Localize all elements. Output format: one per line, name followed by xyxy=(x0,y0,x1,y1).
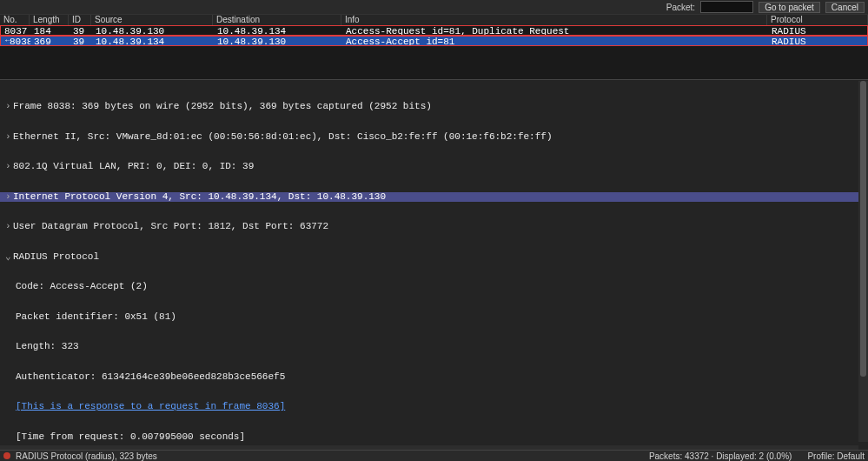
expand-icon[interactable]: › xyxy=(5,192,13,203)
radius-pktid[interactable]: Packet identifier: 0x51 (81) xyxy=(0,312,868,323)
cell-no: 8037 xyxy=(1,26,30,35)
packet-label: Packet: xyxy=(666,3,695,12)
go-to-packet-button[interactable]: Go to packet xyxy=(759,2,820,13)
status-bar: RADIUS Protocol (radius), 323 bytes Pack… xyxy=(0,450,868,461)
packet-list-empty-area xyxy=(0,46,868,79)
cell-id: 39 xyxy=(70,26,92,35)
radius-length[interactable]: Length: 323 xyxy=(0,342,868,352)
packet-details-pane[interactable]: ›Frame 8038: 369 bytes on wire (2952 bit… xyxy=(0,79,868,461)
cell-len: 184 xyxy=(30,26,70,35)
col-no[interactable]: No. xyxy=(0,15,30,25)
udp-item[interactable]: ›User Datagram Protocol, Src Port: 1812,… xyxy=(0,222,868,232)
cancel-button[interactable]: Cancel xyxy=(825,2,865,13)
cell-info: Access-Request id=81, Duplicate Request xyxy=(342,26,768,35)
cell-proto: RADIUS xyxy=(768,37,868,45)
expand-icon[interactable]: › xyxy=(5,222,13,232)
frame-item[interactable]: ›Frame 8038: 369 bytes on wire (2952 bit… xyxy=(0,102,868,112)
radius-time[interactable]: [Time from request: 0.007995000 seconds] xyxy=(0,432,868,443)
radius-authenticator[interactable]: Authenticator: 61342164ce39be06eed828b3c… xyxy=(0,372,868,383)
status-packets: Packets: 43372 · Displayed: 2 (0.0%) xyxy=(649,451,792,461)
packet-list: No. Length ID Source Destination Info Pr… xyxy=(0,14,868,79)
expert-info-icon[interactable] xyxy=(3,452,10,459)
packet-goto-toolbar: Packet: Go to packet Cancel xyxy=(0,0,868,14)
cell-dst: 10.48.39.134 xyxy=(214,26,342,35)
packet-number-input[interactable] xyxy=(700,1,753,13)
col-protocol[interactable]: Protocol xyxy=(767,15,868,25)
cell-info: Access-Accept id=81 xyxy=(342,37,768,45)
expand-icon[interactable]: › xyxy=(5,162,13,172)
packet-row-selected[interactable]: ← 8038 369 39 10.48.39.134 10.48.39.130 … xyxy=(0,36,868,46)
status-profile[interactable]: Profile: Default xyxy=(807,451,865,461)
vlan-item[interactable]: ›802.1Q Virtual LAN, PRI: 0, DEI: 0, ID:… xyxy=(0,162,868,172)
ip-item[interactable]: ›Internet Protocol Version 4, Src: 10.48… xyxy=(0,192,868,203)
expand-icon[interactable]: › xyxy=(5,102,13,112)
scrollbar-thumb[interactable] xyxy=(860,81,866,377)
detail-scrollbar[interactable] xyxy=(858,81,868,442)
col-destination[interactable]: Destination xyxy=(213,15,341,25)
radius-item[interactable]: ⌄RADIUS Protocol xyxy=(0,252,868,263)
packet-list-header: No. Length ID Source Destination Info Pr… xyxy=(0,15,868,25)
frame-link[interactable]: [This is a response to a request in fram… xyxy=(16,402,285,411)
col-length[interactable]: Length xyxy=(30,15,69,25)
col-info[interactable]: Info xyxy=(341,15,767,25)
cell-dst: 10.48.39.130 xyxy=(214,37,342,45)
col-id[interactable]: ID xyxy=(69,15,91,25)
status-left: RADIUS Protocol (radius), 323 bytes xyxy=(16,451,157,461)
col-source[interactable]: Source xyxy=(91,15,213,25)
packet-row[interactable]: 8037 184 39 10.48.39.130 10.48.39.134 Ac… xyxy=(0,25,868,36)
cell-id: 39 xyxy=(70,37,92,45)
radius-response-link[interactable]: [This is a response to a request in fram… xyxy=(0,402,868,412)
expand-icon[interactable]: › xyxy=(5,132,13,143)
cell-len: 369 xyxy=(30,37,70,45)
ethernet-item[interactable]: ›Ethernet II, Src: VMware_8d:01:ec (00:5… xyxy=(0,132,868,143)
cell-src: 10.48.39.134 xyxy=(92,37,214,45)
collapse-icon[interactable]: ⌄ xyxy=(5,252,13,263)
radius-code[interactable]: Code: Access-Accept (2) xyxy=(0,282,868,292)
related-packet-icon: ← xyxy=(1,37,11,45)
cell-proto: RADIUS xyxy=(768,26,868,35)
cell-src: 10.48.39.130 xyxy=(92,26,214,35)
